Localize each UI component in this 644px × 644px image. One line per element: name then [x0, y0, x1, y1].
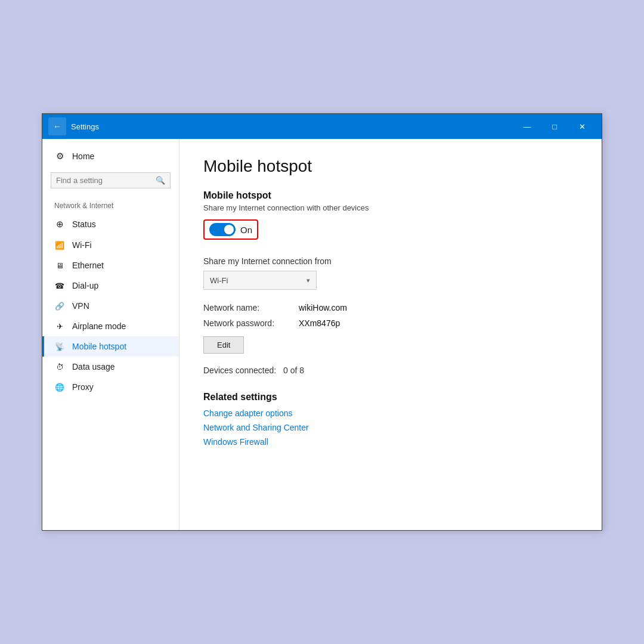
sidebar: ⚙ Home 🔍 Network & Internet ⊕ Status 📶 W…: [42, 139, 179, 530]
maximize-button[interactable]: □: [541, 117, 568, 135]
devices-label: Devices connected:: [203, 366, 276, 375]
sidebar-item-hotspot[interactable]: 📡 Mobile hotspot: [42, 336, 179, 357]
devices-row: Devices connected: 0 of 8: [203, 366, 578, 375]
sidebar-item-label: Airplane mode: [72, 321, 126, 331]
sidebar-item-label: Mobile hotspot: [72, 342, 126, 351]
status-icon: ⊕: [54, 219, 65, 230]
sidebar-item-ethernet[interactable]: 🖥 Ethernet: [42, 255, 179, 275]
ethernet-icon: 🖥: [54, 261, 65, 270]
sidebar-item-status[interactable]: ⊕ Status: [42, 213, 179, 235]
sidebar-item-airplane[interactable]: ✈ Airplane mode: [42, 316, 179, 336]
vpn-icon: 🔗: [54, 302, 65, 311]
share-from-label: Share my Internet connection from: [203, 256, 578, 266]
home-icon: ⚙: [54, 151, 65, 162]
hotspot-icon: 📡: [54, 342, 65, 351]
sidebar-item-wifi[interactable]: 📶 Wi-Fi: [42, 235, 179, 255]
edit-button[interactable]: Edit: [203, 336, 244, 354]
sidebar-item-datausage[interactable]: ⏱ Data usage: [42, 357, 179, 377]
minimize-button[interactable]: —: [513, 117, 541, 135]
dropdown-value: Wi-Fi: [210, 276, 228, 285]
section-subtitle: Share my Internet connection with other …: [203, 203, 578, 212]
sidebar-section-label: Network & Internet: [42, 193, 179, 213]
hotspot-toggle[interactable]: [209, 223, 236, 236]
close-icon: ✕: [579, 122, 586, 131]
devices-value: 0 of 8: [283, 366, 304, 375]
content-area: ⚙ Home 🔍 Network & Internet ⊕ Status 📶 W…: [42, 139, 602, 530]
related-link-firewall[interactable]: Windows Firewall: [203, 437, 578, 447]
proxy-icon: 🌐: [54, 383, 65, 392]
sidebar-item-vpn[interactable]: 🔗 VPN: [42, 296, 179, 316]
sidebar-item-label: Proxy: [72, 382, 94, 392]
toggle-row: On: [203, 219, 578, 240]
chevron-down-icon: ▾: [306, 277, 310, 284]
sidebar-item-label: Ethernet: [72, 261, 104, 270]
sidebar-item-label: Wi-Fi: [72, 240, 92, 250]
back-icon: ←: [53, 122, 61, 131]
section-title: Mobile hotspot: [203, 190, 578, 201]
datausage-icon: ⏱: [54, 363, 65, 371]
sidebar-item-label: Data usage: [72, 362, 115, 371]
home-label: Home: [72, 151, 94, 161]
network-name-label: Network name:: [203, 303, 299, 312]
sidebar-item-label: Status: [72, 219, 96, 229]
network-name-row: Network name: wikiHow.com: [203, 303, 578, 312]
close-button[interactable]: ✕: [568, 117, 596, 135]
maximize-icon: □: [552, 122, 557, 131]
airplane-icon: ✈: [54, 322, 65, 331]
settings-window: ← Settings — □ ✕ ⚙ Home 🔍 N: [42, 113, 602, 531]
sidebar-item-proxy[interactable]: 🌐 Proxy: [42, 377, 179, 397]
titlebar: ← Settings — □ ✕: [42, 114, 602, 139]
network-password-row: Network password: XXm8476p: [203, 318, 578, 328]
back-button[interactable]: ←: [48, 117, 66, 135]
related-settings-title: Related settings: [203, 392, 578, 402]
related-link-sharing[interactable]: Network and Sharing Center: [203, 423, 578, 432]
toggle-highlight: On: [203, 219, 258, 240]
related-link-adapter[interactable]: Change adapter options: [203, 408, 578, 418]
search-input[interactable]: [56, 176, 152, 185]
dialup-icon: ☎: [54, 281, 65, 290]
sidebar-item-home[interactable]: ⚙ Home: [42, 145, 179, 168]
sidebar-item-label: Dial-up: [72, 281, 98, 290]
wifi-icon: 📶: [54, 241, 65, 250]
titlebar-title: Settings: [71, 122, 513, 131]
sidebar-item-label: VPN: [72, 301, 89, 311]
search-box: 🔍: [51, 172, 171, 188]
main-panel: Mobile hotspot Mobile hotspot Share my I…: [179, 139, 602, 530]
network-password-value: XXm8476p: [299, 318, 340, 328]
minimize-icon: —: [524, 122, 531, 131]
sidebar-item-dialup[interactable]: ☎ Dial-up: [42, 275, 179, 296]
network-name-value: wikiHow.com: [299, 303, 347, 312]
toggle-knob: [224, 225, 234, 234]
search-icon: 🔍: [156, 176, 165, 185]
page-title: Mobile hotspot: [203, 157, 578, 176]
window-controls: — □ ✕: [513, 117, 596, 135]
toggle-label: On: [240, 225, 252, 235]
share-from-dropdown[interactable]: Wi-Fi ▾: [203, 271, 317, 290]
network-password-label: Network password:: [203, 318, 299, 328]
